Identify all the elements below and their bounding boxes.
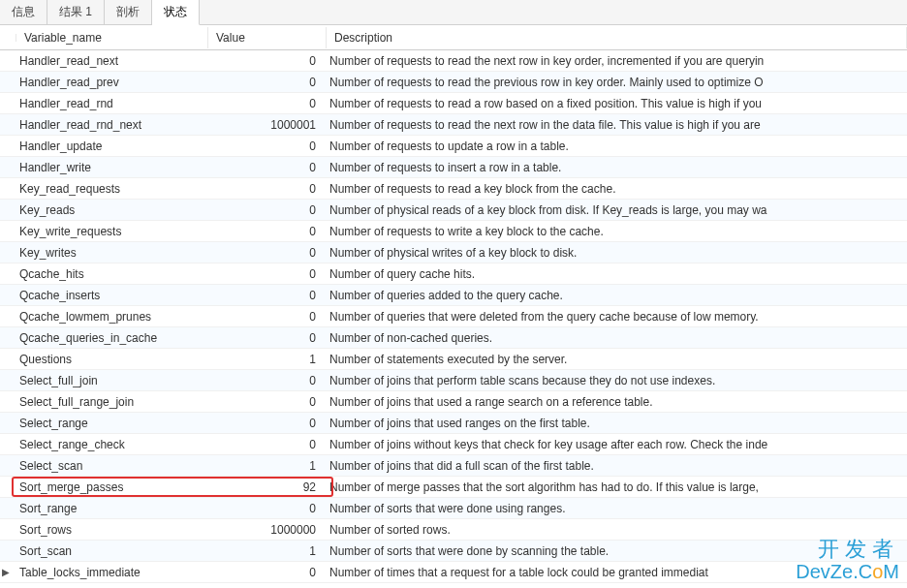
tab-bar: 信息结果 1剖析状态 — [0, 0, 907, 25]
cell-description: Number of sorts that were done using ran… — [322, 500, 907, 517]
tab-2[interactable]: 剖析 — [105, 0, 152, 24]
cell-description: Number of non-cached queries. — [322, 329, 907, 347]
cell-value: 0 — [203, 265, 322, 283]
table-row[interactable]: Select_range_check0Number of joins witho… — [0, 434, 907, 455]
table-row[interactable]: Qcache_lowmem_prunes0Number of queries t… — [0, 306, 907, 327]
cell-variable-name: Qcache_hits — [12, 265, 203, 283]
cell-description: Number of requests to read the previous … — [322, 74, 907, 91]
table-row[interactable]: Key_writes0Number of physical writes of … — [0, 242, 907, 263]
cell-variable-name: Table_locks_immediate — [12, 564, 203, 581]
cell-variable-name: Qcache_queries_in_cache — [12, 329, 203, 347]
table-row[interactable]: Key_write_requests0Number of requests to… — [0, 221, 907, 242]
cell-value: 0 — [203, 95, 322, 112]
table-row[interactable]: Questions1Number of statements executed … — [0, 349, 907, 370]
tab-0[interactable]: 信息 — [0, 0, 47, 24]
cell-value: 1 — [203, 542, 322, 560]
table-row[interactable]: Select_full_range_join0Number of joins t… — [0, 391, 907, 413]
table-row[interactable]: Select_full_join0Number of joins that pe… — [0, 370, 907, 391]
tab-1[interactable]: 结果 1 — [47, 0, 105, 24]
cell-variable-name: Sort_range — [12, 500, 203, 517]
cell-value: 0 — [203, 372, 322, 389]
cell-description: Number of joins without keys that check … — [322, 436, 907, 453]
cell-value: 0 — [203, 500, 322, 517]
cell-description: Number of merge passes that the sort alg… — [322, 479, 907, 496]
cell-variable-name: Sort_rows — [12, 521, 203, 539]
cell-variable-name: Select_full_join — [12, 372, 203, 389]
cell-variable-name: Handler_update — [12, 138, 203, 155]
cell-description: Number of sorted rows. — [322, 521, 907, 539]
cell-value: 0 — [203, 415, 322, 432]
table-row[interactable]: Qcache_hits0Number of query cache hits. — [0, 263, 907, 285]
cell-value: 0 — [203, 159, 322, 176]
cell-value: 1000001 — [203, 116, 322, 134]
table-row[interactable]: Qcache_queries_in_cache0Number of non-ca… — [0, 327, 907, 349]
cell-variable-name: Key_writes — [12, 244, 203, 262]
cell-variable-name: Handler_read_rnd_next — [12, 116, 203, 134]
table-header: Variable_name Value Description — [0, 25, 907, 50]
table-row[interactable]: Handler_write0Number of requests to inse… — [0, 157, 907, 178]
table-row[interactable]: Handler_read_next0Number of requests to … — [0, 50, 907, 72]
cell-description: Number of requests to read the next row … — [322, 52, 907, 70]
cell-value: 0 — [203, 244, 322, 262]
cell-description: Number of requests to insert a row in a … — [322, 159, 907, 176]
table-body: Handler_read_next0Number of requests to … — [0, 50, 907, 583]
cell-description: Number of times that a request for a tab… — [322, 564, 907, 581]
column-value[interactable]: Value — [208, 27, 327, 48]
table-row[interactable]: Handler_update0Number of requests to upd… — [0, 136, 907, 157]
table-row[interactable]: ▶Table_locks_immediate0Number of times t… — [0, 562, 907, 583]
column-variable-name[interactable]: Variable_name — [16, 27, 208, 48]
cell-variable-name: Qcache_inserts — [12, 287, 203, 304]
cell-description: Number of statements executed by the ser… — [322, 351, 907, 368]
cell-variable-name: Qcache_lowmem_prunes — [12, 308, 203, 325]
cell-variable-name: Handler_read_next — [12, 52, 203, 70]
table-row[interactable]: Sort_range0Number of sorts that were don… — [0, 498, 907, 519]
table-row[interactable]: Sort_scan1Number of sorts that were done… — [0, 541, 907, 562]
cell-description: Number of requests to write a key block … — [322, 223, 907, 240]
cell-description: Number of queries that were deleted from… — [322, 308, 907, 325]
table-row[interactable]: Sort_merge_passes92Number of merge passe… — [0, 477, 907, 498]
cell-value: 0 — [203, 329, 322, 347]
cell-description: Number of joins that used a range search… — [322, 393, 907, 411]
cell-variable-name: Select_range — [12, 415, 203, 432]
cell-description: Number of physical writes of a key block… — [322, 244, 907, 262]
cell-variable-name: Select_full_range_join — [12, 393, 203, 411]
cell-variable-name: Handler_read_prev — [12, 74, 203, 91]
cell-value: 0 — [203, 564, 322, 581]
cell-variable-name: Key_reads — [12, 201, 203, 219]
cell-description: Number of requests to read the next row … — [322, 116, 907, 134]
cell-description: Number of requests to update a row in a … — [322, 138, 907, 155]
cell-value: 1 — [203, 351, 322, 368]
cell-value: 0 — [203, 223, 322, 240]
table-row[interactable]: Handler_read_prev0Number of requests to … — [0, 72, 907, 93]
cell-value: 0 — [203, 287, 322, 304]
cell-variable-name: Key_read_requests — [12, 180, 203, 198]
table-row[interactable]: Handler_read_rnd0Number of requests to r… — [0, 93, 907, 114]
cell-variable-name: Select_range_check — [12, 436, 203, 453]
cell-variable-name: Sort_scan — [12, 542, 203, 560]
table-row[interactable]: Key_read_requests0Number of requests to … — [0, 178, 907, 200]
cell-description: Number of queries added to the query cac… — [322, 287, 907, 304]
table-row[interactable]: Select_range0Number of joins that used r… — [0, 413, 907, 434]
table-row[interactable]: Handler_read_rnd_next1000001Number of re… — [0, 114, 907, 136]
row-handle-header — [0, 34, 16, 42]
table-row[interactable]: Key_reads0Number of physical reads of a … — [0, 200, 907, 221]
cell-description: Number of query cache hits. — [322, 265, 907, 283]
column-description[interactable]: Description — [327, 27, 907, 48]
table-row[interactable]: Select_scan1Number of joins that did a f… — [0, 455, 907, 477]
cell-value: 92 — [203, 479, 322, 496]
cell-value: 0 — [203, 52, 322, 70]
cell-variable-name: Questions — [12, 351, 203, 368]
table-row[interactable]: Qcache_inserts0Number of queries added t… — [0, 285, 907, 306]
cell-variable-name: Sort_merge_passes — [12, 479, 203, 496]
cell-variable-name: Handler_write — [12, 159, 203, 176]
row-indicator: ▶ — [0, 567, 12, 577]
cell-description: Number of physical reads of a key block … — [322, 201, 907, 219]
table-row[interactable]: Sort_rows1000000Number of sorted rows. — [0, 519, 907, 541]
cell-description: Number of joins that used ranges on the … — [322, 415, 907, 432]
cell-value: 1000000 — [203, 521, 322, 539]
cell-description: Number of requests to read a row based o… — [322, 95, 907, 112]
tab-3[interactable]: 状态 — [152, 0, 200, 25]
cell-value: 0 — [203, 393, 322, 411]
cell-variable-name: Select_scan — [12, 457, 203, 475]
cell-value: 1 — [203, 457, 322, 475]
